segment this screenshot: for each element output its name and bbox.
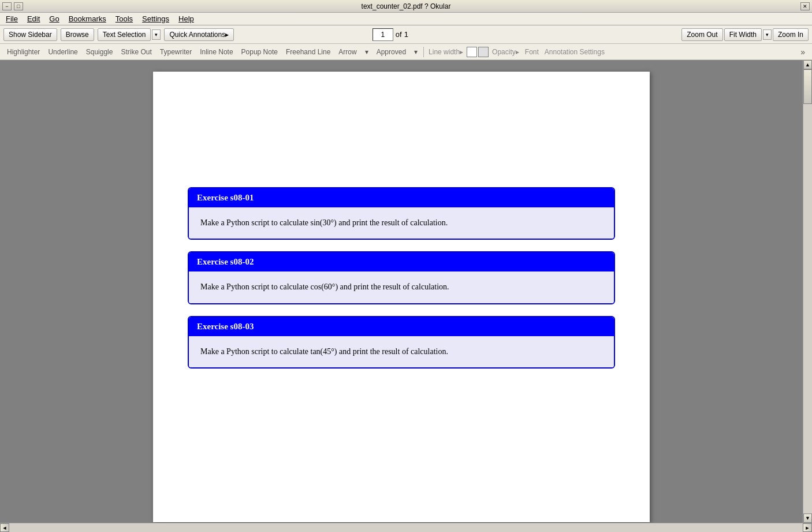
line-width-label: Line width▸ [426, 48, 465, 56]
scroll-track[interactable] [803, 69, 812, 514]
fit-width-arrow[interactable]: ▾ [763, 29, 772, 40]
text-selection-arrow[interactable]: ▾ [152, 29, 161, 40]
approved-button[interactable]: Approved [373, 47, 409, 57]
opacity-label: Opacity▸ [490, 48, 522, 56]
titlebar-title: text_counter_02.pdf ? Okular [362, 2, 451, 10]
freehand-line-button[interactable]: Freehand Line [282, 47, 334, 57]
highlighter-button[interactable]: Highlighter [3, 47, 43, 57]
page-number-input[interactable] [373, 28, 393, 41]
exercise-1-header: Exercise s08-01 [189, 188, 614, 207]
color-box-gray[interactable] [478, 47, 489, 57]
page-total-label: 1 [404, 30, 408, 39]
exercise-3-header: Exercise s08-03 [189, 317, 614, 336]
fit-width-button[interactable]: Fit Width [724, 28, 762, 41]
exercise-1-body: Make a Python script to calculate sin(30… [189, 207, 614, 239]
scroll-left-button[interactable]: ◄ [0, 523, 9, 532]
inline-note-button[interactable]: Inline Note [196, 47, 236, 57]
arrow-button[interactable]: Arrow [335, 47, 360, 57]
exercise-2-text: Make a Python script to calculate cos(60… [200, 282, 449, 291]
exercise-1-title: Exercise s08-01 [197, 193, 254, 202]
zoom-out-button[interactable]: Zoom Out [681, 28, 722, 41]
arrow-dropdown[interactable]: ▾ [362, 47, 372, 57]
pdf-page: Exercise s08-01 Make a Python script to … [153, 72, 650, 522]
annotation-toolbar: Highlighter Underline Squiggle Strike Ou… [0, 44, 812, 60]
menu-bookmarks[interactable]: Bookmarks [65, 13, 110, 24]
menu-edit[interactable]: Edit [24, 13, 43, 24]
exercise-box-3: Exercise s08-03 Make a Python script to … [188, 316, 615, 369]
menu-settings[interactable]: Settings [139, 13, 173, 24]
annotation-settings-label: Annotation Settings [542, 48, 607, 56]
exercise-3-text: Make a Python script to calculate tan(45… [200, 347, 448, 356]
zoom-controls: Zoom Out Fit Width ▾ Zoom In [681, 28, 809, 41]
menubar: File Edit Go Bookmarks Tools Settings He… [0, 13, 812, 25]
menu-file[interactable]: File [2, 13, 21, 24]
show-sidebar-button[interactable]: Show Sidebar [3, 28, 57, 41]
toolbar-expand-button[interactable]: » [797, 47, 809, 57]
exercise-box-2: Exercise s08-02 Make a Python script to … [188, 251, 615, 304]
exercise-2-body: Make a Python script to calculate cos(60… [189, 271, 614, 303]
horizontal-scrollbar: ◄ ► [0, 523, 812, 532]
browse-button[interactable]: Browse [61, 28, 94, 41]
underline-button[interactable]: Underline [44, 47, 81, 57]
exercise-box-1: Exercise s08-01 Make a Python script to … [188, 187, 615, 240]
zoom-in-button[interactable]: Zoom In [773, 28, 809, 41]
exercises-container: Exercise s08-01 Make a Python script to … [188, 187, 615, 369]
restore-button[interactable]: □ [14, 2, 23, 10]
scroll-thumb[interactable] [803, 69, 812, 104]
text-selection-dropdown: Text Selection ▾ [98, 28, 161, 41]
scroll-down-button[interactable]: ▼ [803, 514, 812, 523]
separator1 [423, 47, 424, 57]
exercise-1-text: Make a Python script to calculate sin(30… [200, 218, 448, 227]
pdf-viewport[interactable]: Exercise s08-01 Make a Python script to … [0, 60, 803, 523]
squiggle-button[interactable]: Squiggle [83, 47, 117, 57]
fit-width-dropdown: Fit Width ▾ [724, 28, 772, 41]
strike-out-button[interactable]: Strike Out [117, 47, 155, 57]
font-label: Font [523, 48, 541, 56]
exercise-2-title: Exercise s08-02 [197, 257, 254, 266]
scroll-h-track[interactable] [9, 523, 803, 532]
approved-dropdown[interactable]: ▾ [411, 47, 421, 57]
main-area: Exercise s08-01 Make a Python script to … [0, 60, 812, 523]
close-button[interactable]: ✕ [800, 2, 810, 10]
titlebar-buttons: − □ [2, 2, 23, 10]
titlebar-right-buttons: ✕ [800, 2, 810, 10]
minimize-button[interactable]: − [2, 2, 12, 10]
typewriter-button[interactable]: Typewriter [157, 47, 195, 57]
popup-note-button[interactable]: Popup Note [238, 47, 281, 57]
toolbar-main: Show Sidebar Browse Text Selection ▾ Qui… [0, 25, 812, 44]
page-navigation: of 1 [373, 28, 408, 41]
scroll-right-button[interactable]: ► [803, 523, 812, 532]
color-box-white[interactable] [467, 47, 477, 57]
titlebar: − □ text_counter_02.pdf ? Okular ✕ [0, 0, 812, 13]
page-of-label: of [396, 30, 402, 39]
exercise-3-body: Make a Python script to calculate tan(45… [189, 336, 614, 367]
exercise-2-header: Exercise s08-02 [189, 252, 614, 271]
quick-annotations-button[interactable]: Quick Annotations▸ [164, 28, 234, 41]
text-selection-button[interactable]: Text Selection [98, 28, 151, 41]
menu-go[interactable]: Go [46, 13, 62, 24]
exercise-3-title: Exercise s08-03 [197, 322, 254, 331]
menu-help[interactable]: Help [175, 13, 198, 24]
menu-tools[interactable]: Tools [112, 13, 136, 24]
vertical-scrollbar: ▲ ▼ [803, 60, 812, 523]
scroll-up-button[interactable]: ▲ [803, 60, 812, 69]
